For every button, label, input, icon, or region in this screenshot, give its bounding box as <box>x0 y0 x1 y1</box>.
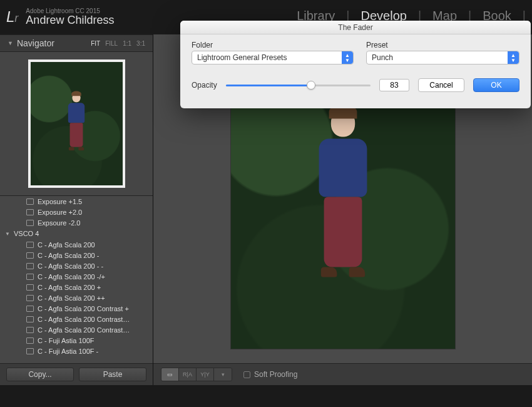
preset-item[interactable]: C - Agfa Scala 200 Contrast + <box>0 303 153 314</box>
cancel-button[interactable]: Cancel <box>418 78 464 92</box>
preset-item[interactable]: C - Agfa Scala 200 - - <box>0 260 153 271</box>
view-before-after-lr-icon[interactable]: R|A <box>179 368 197 381</box>
paste-button[interactable]: Paste <box>79 368 146 381</box>
navigator-title: Navigator <box>17 38 54 48</box>
preset-item[interactable]: C - Fuji Astia 100F <box>0 335 153 346</box>
select-arrows-icon: ▲▼ <box>345 53 350 63</box>
folder-label: Folder <box>192 41 354 49</box>
opacity-slider[interactable] <box>226 80 371 90</box>
copy-button[interactable]: Copy... <box>6 368 74 381</box>
preset-select[interactable]: Punch ▲▼ <box>366 51 519 64</box>
preset-item[interactable]: C - Agfa Scala 200 Contrast… <box>0 324 153 335</box>
preset-item[interactable]: C - Fuji Astia 100F - <box>0 346 153 356</box>
preset-item[interactable]: C - Agfa Scala 200 <box>0 239 153 250</box>
zoom-fit[interactable]: FIT <box>91 40 100 47</box>
zoom-3-1[interactable]: 3:1 <box>136 40 145 47</box>
ok-button[interactable]: OK <box>473 78 519 92</box>
preset-item[interactable]: Exposure +2.0 <box>0 207 153 217</box>
soft-proofing-checkbox[interactable] <box>243 371 250 378</box>
preset-select-value: Punch <box>372 53 393 62</box>
preset-item[interactable]: C - Agfa Scala 200 Contrast… <box>0 314 153 324</box>
view-dropdown-icon[interactable]: ▾ <box>214 368 232 381</box>
preset-item[interactable]: C - Agfa Scala 200 -/+ <box>0 271 153 282</box>
zoom-1-1[interactable]: 1:1 <box>123 40 131 47</box>
preset-item[interactable]: C - Agfa Scala 200 ++ <box>0 292 153 303</box>
app-logo: Lr Adobe Lightroom CC 2015 Andrew Childr… <box>6 8 114 27</box>
preset-list: Exposure +1.5 Exposure +2.0 Expsoure -2.… <box>0 196 153 363</box>
view-loupe-icon[interactable]: ▭ <box>161 368 179 381</box>
navigator-thumbnail[interactable] <box>0 52 153 196</box>
canvas-toolbar: ▭ R|A Y|Y ▾ Soft Proofing <box>153 363 532 385</box>
select-arrows-icon: ▲▼ <box>511 53 516 63</box>
soft-proofing-label: Soft Proofing <box>254 370 297 379</box>
app-user: Andrew Childress <box>26 14 114 27</box>
folder-select-value: Lightroom General Presets <box>197 53 287 62</box>
preset-folder[interactable]: VSCO 4 <box>0 228 153 239</box>
preset-item[interactable]: Expsoure -2.0 <box>0 217 153 228</box>
preset-item[interactable]: C - Agfa Scala 200 - <box>0 250 153 260</box>
navigator-header[interactable]: ▼ Navigator FIT FILL 1:1 3:1 <box>0 34 153 52</box>
view-before-after-tb-icon[interactable]: Y|Y <box>197 368 214 381</box>
fader-dialog: The Fader Folder Lightroom General Prese… <box>180 21 531 108</box>
preset-item[interactable]: C - Agfa Scala 200 + <box>0 282 153 292</box>
view-mode-toggle: ▭ R|A Y|Y ▾ <box>161 368 232 381</box>
opacity-input[interactable] <box>379 79 409 91</box>
preset-label: Preset <box>366 41 519 49</box>
disclosure-triangle-icon[interactable]: ▼ <box>8 40 13 46</box>
zoom-fill[interactable]: FILL <box>105 40 118 47</box>
left-panel: ▼ Navigator FIT FILL 1:1 3:1 Exposure +1… <box>0 34 153 385</box>
opacity-label: Opacity <box>192 81 217 90</box>
folder-select[interactable]: Lightroom General Presets ▲▼ <box>192 51 354 64</box>
lr-logo-icon: Lr <box>6 8 18 26</box>
preset-item[interactable]: Exposure +1.5 <box>0 196 153 207</box>
dialog-title: The Fader <box>180 21 531 34</box>
